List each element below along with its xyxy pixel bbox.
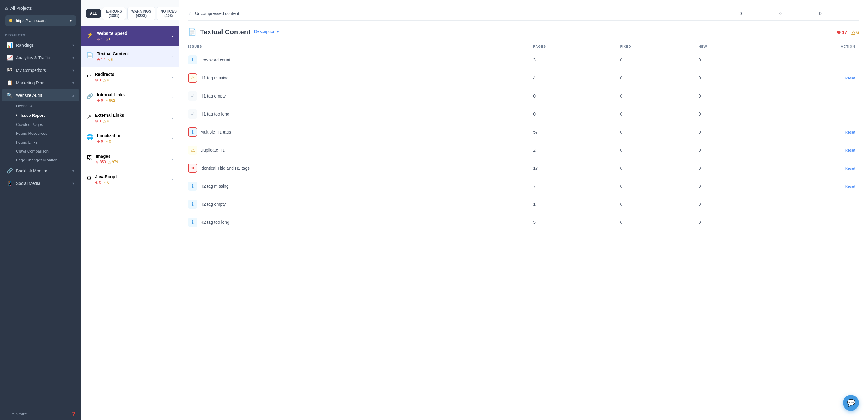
subnav-overview[interactable]: Overview — [13, 101, 81, 110]
issue-icon-wrapper: ℹ — [188, 127, 197, 137]
issue-icon-wrapper: ✓ — [188, 109, 197, 119]
minimize-button[interactable]: ← Minimize ❓ — [0, 408, 81, 420]
sidebar-item-label: Rankings — [16, 43, 34, 48]
redirects-icon: ↩ — [87, 72, 91, 79]
subnav-label: Crawled Pages — [16, 122, 43, 127]
filter-tab-all[interactable]: ALL — [86, 9, 101, 18]
issue-new: 0 — [699, 69, 764, 87]
warning-icon: ⚠ — [191, 75, 195, 81]
warning-triangle-icon: △ — [103, 78, 106, 82]
error-circle-icon: ⊗ — [97, 58, 100, 62]
error-circle-icon: ⊗ — [837, 29, 841, 35]
table-row: ℹ H2 tag too long 5 0 0 — [188, 213, 859, 231]
issue-action-cell — [764, 51, 859, 69]
reset-button[interactable]: Reset — [845, 76, 855, 80]
sidebar-item-competitors[interactable]: 🏁 My Competitors ▾ — [2, 64, 79, 76]
warning-triangle-icon: △ — [105, 139, 108, 144]
error-circle-icon: ⊗ — [95, 78, 98, 82]
category-website-speed[interactable]: ⚡ Website Speed ⊗ 1 △ 0 › — [81, 26, 179, 46]
uncompressed-row: ✓ Uncompressed content 0 0 0 — [188, 6, 859, 21]
category-javascript[interactable]: ⚙ JavaScript ⊗ 0 △ 0 › — [81, 169, 179, 190]
issue-action-cell — [764, 87, 859, 105]
sidebar-item-audit[interactable]: 🔍 Website Audit ▴ — [2, 89, 79, 101]
category-external-links[interactable]: ↗ External Links ⊗ 0 △ 0 › — [81, 108, 179, 128]
all-projects-link[interactable]: ⌂ All Projects — [5, 5, 76, 11]
sidebar-item-label: Backlink Monitor — [16, 168, 48, 173]
all-projects-label: All Projects — [10, 6, 32, 11]
issues-table: ISSUES PAGES FIXED NEW ACTION ℹ Low word… — [188, 42, 859, 231]
url-selector[interactable]: https://ramp.com/ ▾ — [5, 15, 76, 26]
speed-icon: ⚡ — [87, 31, 93, 38]
issue-name-cell: ✓ H1 tag too long — [188, 105, 533, 123]
category-title: Internal Links — [97, 92, 125, 97]
filter-tab-warnings[interactable]: WARNINGS (4283) — [127, 7, 155, 20]
error-badge: ⊗ 1 — [97, 37, 103, 41]
info-icon: ℹ — [192, 129, 194, 135]
category-localization[interactable]: 🌐 Localization ⊗ 0 △ 0 › — [81, 128, 179, 149]
subnav-crawl-comparison[interactable]: Crawl Comparison — [13, 147, 81, 156]
issue-icon-wrapper: ℹ — [188, 55, 197, 64]
issue-action-cell — [764, 105, 859, 123]
sidebar-item-social[interactable]: 📱 Social Media ▾ — [2, 177, 79, 189]
issue-label: H2 tag empty — [200, 202, 226, 207]
sidebar-item-backlink[interactable]: 🔗 Backlink Monitor ▾ — [2, 165, 79, 177]
sidebar: ⌂ All Projects https://ramp.com/ ▾ PROJE… — [0, 0, 81, 420]
warning-badge: △ 0 — [105, 37, 111, 41]
issue-action-cell: Reset — [764, 177, 859, 195]
category-title: Localization — [97, 133, 122, 138]
check-icon: ✓ — [191, 93, 195, 99]
category-internal-links[interactable]: 🔗 Internal Links ⊗ 0 △ 662 › — [81, 88, 179, 108]
subnav-page-changes[interactable]: Page Changes Monitor — [13, 156, 81, 164]
category-title: JavaScript — [95, 174, 117, 179]
category-textual-content[interactable]: 📄 Textual Content ⊗ 17 △ 6 › — [81, 46, 179, 67]
main-content: ALL ERRORS (1881) WARNINGS (4283) NOTICE… — [81, 0, 868, 420]
check-circle-icon: ✓ — [188, 10, 192, 16]
issue-label: Identical Title and H1 tags — [200, 166, 250, 170]
sidebar-item-label: My Competitors — [16, 68, 46, 73]
sidebar-item-label: Website Audit — [16, 93, 42, 98]
info-icon: ℹ — [192, 220, 194, 225]
filter-tab-errors[interactable]: ERRORS (1881) — [102, 7, 126, 20]
description-button[interactable]: Description ▾ — [254, 29, 279, 35]
category-redirects[interactable]: ↩ Redirects ⊗ 0 △ 0 › — [81, 67, 179, 88]
chevron-right-icon: › — [172, 177, 173, 182]
error-badge: ⊗ 0 — [97, 139, 103, 144]
uncompressed-new: 0 — [819, 11, 859, 16]
issue-pages: 0 — [533, 105, 620, 123]
issue-action-cell: Reset — [764, 69, 859, 87]
reset-button[interactable]: Reset — [845, 130, 855, 134]
chevron-down-icon: ▾ — [72, 81, 74, 85]
table-row: ℹ H2 tag missing 7 0 0 Reset — [188, 177, 859, 195]
subnav-label: Crawl Comparison — [16, 149, 49, 154]
reset-button[interactable]: Reset — [845, 148, 855, 153]
category-images[interactable]: 🖼 Images ⊗ 859 △ 979 › — [81, 149, 179, 169]
chat-icon: 💬 — [847, 399, 855, 407]
error-badge: ⊗ 0 — [95, 180, 101, 185]
error-icon: ✕ — [191, 165, 195, 171]
sidebar-item-analytics[interactable]: 📈 Analytics & Traffic ▾ — [2, 52, 79, 64]
chevron-down-icon: ▾ — [72, 43, 74, 47]
section-title: Textual Content — [200, 28, 250, 36]
subnav-issue-report[interactable]: Issue Report — [13, 110, 81, 120]
issue-pages: 57 — [533, 123, 620, 141]
error-badge: ⊗ 0 — [97, 98, 103, 103]
subnav-crawled-pages[interactable]: Crawled Pages — [13, 120, 81, 129]
sidebar-item-rankings[interactable]: 📊 Rankings ▾ — [2, 39, 79, 51]
error-circle-icon: ⊗ — [95, 180, 98, 185]
chevron-down-icon: ▾ — [72, 56, 74, 60]
subnav-found-links[interactable]: Found Links — [13, 138, 81, 147]
issue-new: 0 — [699, 177, 764, 195]
chevron-right-icon: › — [172, 54, 173, 59]
chat-bubble-button[interactable]: 💬 — [843, 395, 859, 411]
issue-pages: 17 — [533, 159, 620, 177]
sidebar-item-marketing[interactable]: 📋 Marketing Plan ▾ — [2, 77, 79, 89]
chevron-down-icon: ▾ — [70, 18, 72, 23]
filter-tab-notices[interactable]: NOTICES (403) — [157, 7, 179, 20]
subnav-found-resources[interactable]: Found Resources — [13, 129, 81, 138]
subnav-label: Page Changes Monitor — [16, 158, 57, 162]
category-title: Redirects — [95, 72, 114, 77]
error-badge: ⊗ 859 — [96, 160, 106, 164]
reset-button[interactable]: Reset — [845, 166, 855, 170]
reset-button[interactable]: Reset — [845, 184, 855, 189]
issue-icon-wrapper: ℹ — [188, 218, 197, 227]
